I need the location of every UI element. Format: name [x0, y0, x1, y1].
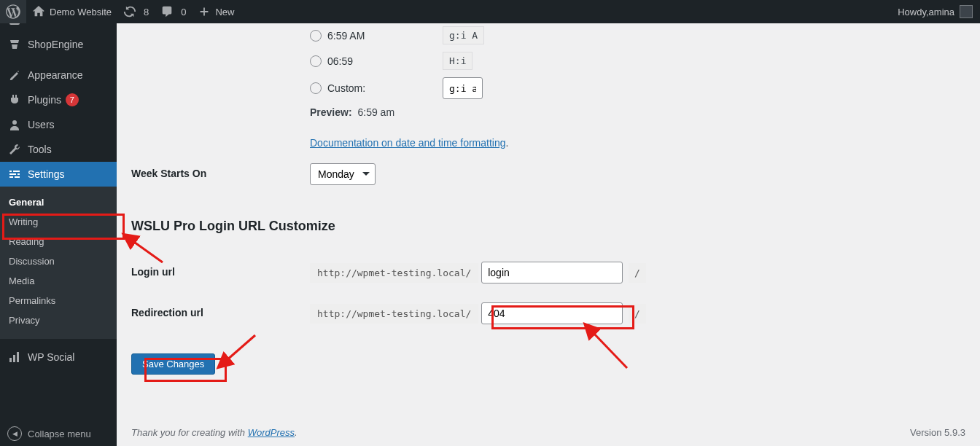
save-button[interactable]: Save Changes	[131, 353, 215, 375]
menu-users[interactable]: Users	[0, 112, 117, 137]
footer-version: Version 5.9.3	[910, 427, 965, 438]
menu-tools[interactable]: Tools	[0, 137, 117, 162]
site-name-link[interactable]: Demo Website	[26, 0, 117, 23]
preview-value: 6:59 am	[357, 106, 394, 118]
submenu-media[interactable]: Media	[0, 271, 117, 291]
login-url-label: Login url	[131, 262, 310, 278]
avatar	[960, 5, 973, 18]
submenu-permalinks[interactable]: Permalinks	[0, 291, 117, 310]
submenu-general[interactable]: General	[0, 192, 117, 212]
collapse-menu[interactable]: Collapse menu	[0, 421, 117, 446]
bars-icon	[7, 350, 22, 364]
user-name: amina	[929, 7, 954, 17]
collapse-icon	[7, 426, 22, 441]
admin-footer: Thank you for creating with WordPress. V…	[117, 418, 980, 446]
time-format-radio-custom[interactable]	[310, 82, 322, 94]
svg-rect-0	[9, 23, 20, 25]
login-url-suffix: /	[629, 263, 646, 283]
redirect-url-input[interactable]	[481, 302, 623, 324]
home-icon	[32, 5, 45, 18]
admin-menu: ElementsKit ShopEngine Appearance Plugin…	[0, 23, 117, 446]
settings-submenu: General Writing Reading Discussion Media…	[0, 187, 117, 339]
time-format-code-hi: H:i	[443, 52, 472, 70]
time-format-code-gia: g:i A	[443, 26, 484, 44]
plus-icon	[198, 5, 211, 18]
brush-icon	[7, 68, 22, 82]
plugins-badge: 7	[66, 93, 79, 106]
menu-appearance[interactable]: Appearance	[0, 63, 117, 87]
submenu-privacy[interactable]: Privacy	[0, 310, 117, 330]
menu-shopengine[interactable]: ShopEngine	[0, 32, 117, 57]
redirect-url-prefix: http://wpmet-testing.local/	[310, 304, 478, 324]
updates-count: 8	[144, 7, 149, 17]
time-format-label-hi: 06:59	[327, 55, 437, 67]
comments-link[interactable]: 0	[155, 0, 192, 23]
login-url-input[interactable]	[481, 262, 623, 283]
time-format-radio-hi[interactable]	[310, 55, 322, 67]
howdy-prefix: Howdy,	[898, 7, 928, 17]
wrench-icon	[7, 142, 22, 157]
admin-toolbar: Demo Website 8 0 New Howdy, amina	[0, 0, 980, 23]
time-format-label-gia: 6:59 AM	[327, 30, 437, 42]
plug-icon	[7, 93, 22, 107]
sliders-icon	[7, 167, 22, 181]
comments-count: 0	[181, 7, 186, 17]
elementskit-icon	[7, 23, 22, 27]
login-url-prefix: http://wpmet-testing.local/	[310, 263, 478, 283]
refresh-icon	[123, 5, 136, 18]
menu-elementskit[interactable]: ElementsKit	[0, 23, 117, 32]
submenu-reading[interactable]: Reading	[0, 232, 117, 251]
redirect-url-suffix: /	[629, 304, 646, 324]
preview-label: Preview:	[310, 106, 352, 118]
shopengine-icon	[7, 37, 22, 52]
redirect-url-label: Redirection url	[131, 302, 310, 318]
date-time-doc-link[interactable]: Documentation on date and time formattin…	[310, 137, 506, 149]
time-format-custom-input[interactable]	[443, 77, 483, 99]
time-format-radio-gia[interactable]	[310, 30, 322, 42]
menu-plugins[interactable]: Plugins 7	[0, 87, 117, 112]
menu-settings[interactable]: Settings	[0, 162, 117, 187]
svg-rect-2	[13, 355, 15, 362]
new-content-link[interactable]: New	[192, 0, 240, 23]
user-icon	[7, 117, 22, 132]
page-body: 6:59 AM g:i A 06:59 H:i Custom: Pre	[117, 23, 980, 446]
footer-thanks: Thank you for creating with	[131, 427, 248, 438]
week-starts-label: Week Starts On	[131, 163, 310, 179]
wslu-heading: WSLU Pro Login URL Customize	[131, 219, 965, 234]
site-name: Demo Website	[50, 7, 112, 17]
time-format-label-custom: Custom:	[327, 82, 437, 94]
new-label: New	[215, 7, 234, 17]
svg-rect-1	[9, 358, 12, 362]
menu-wpsocial[interactable]: WP Social	[0, 345, 117, 369]
submenu-discussion[interactable]: Discussion	[0, 251, 117, 271]
footer-wp-link[interactable]: WordPress	[248, 427, 295, 438]
week-starts-select[interactable]: Monday	[310, 163, 376, 185]
svg-rect-3	[17, 352, 19, 362]
updates-link[interactable]: 8	[117, 0, 155, 23]
comment-icon	[160, 5, 174, 18]
howdy-link[interactable]: Howdy, amina	[892, 0, 980, 23]
submenu-writing[interactable]: Writing	[0, 212, 117, 232]
wp-logo-icon[interactable]	[0, 0, 26, 23]
